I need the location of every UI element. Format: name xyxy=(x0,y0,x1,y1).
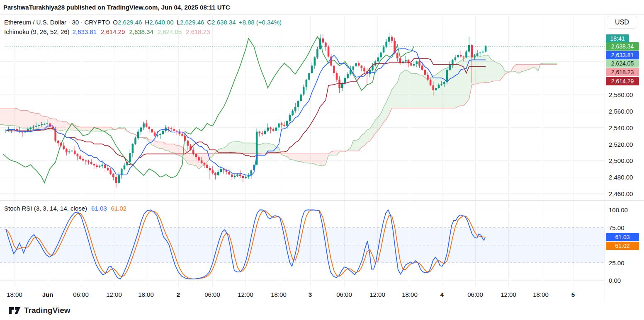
stoch-k-value: 61.03 xyxy=(91,205,107,212)
ichimoku-legend-row[interactable]: Ichimoku (9, 26, 52, 26) 2,633.812,614.2… xyxy=(4,27,282,36)
price-tick-label: 75.00 xyxy=(609,224,625,231)
high-field: H2,640.00 xyxy=(145,19,173,26)
countdown-badge: 18:41 xyxy=(606,34,629,43)
time-tick-label: 18:00 xyxy=(402,291,418,298)
tradingview-logo-text: TradingView xyxy=(24,306,70,315)
price-badge: 61.02 xyxy=(606,242,639,250)
tradingview-logo[interactable]: TradingView xyxy=(8,306,70,315)
price-tick-label: 2,460.00 xyxy=(609,190,633,197)
price-tick-label: 2,500.00 xyxy=(609,157,633,164)
stoch-d-value: 61.02 xyxy=(111,205,127,212)
currency-unit-button[interactable]: USD xyxy=(607,16,637,29)
price-tick-label: 2,580.00 xyxy=(609,91,633,98)
ichimoku-title[interactable]: Ichimoku (9, 26, 52, 26) xyxy=(4,28,70,35)
ichimoku-values: 2,633.812,614.292,638.342,624.052,618.23 xyxy=(73,28,210,35)
ichimoku-value: 2,618.23 xyxy=(186,28,210,35)
price-tick-label: 2,540.00 xyxy=(609,124,633,131)
tradingview-logo-icon xyxy=(8,306,21,315)
symbol-title[interactable]: Ethereum / U.S. Dollar · 30 · CRYPTO xyxy=(4,19,110,26)
close-field: C2,638.34 xyxy=(207,19,236,26)
published-header: ParshwaTurakhiya28 published on TradingV… xyxy=(0,0,644,15)
time-tick-label: 06:00 xyxy=(467,291,483,298)
ichimoku-value: 2,633.81 xyxy=(73,28,97,35)
price-badge: 2,638.34 xyxy=(606,42,639,51)
time-tick-label: 12:00 xyxy=(369,291,385,298)
time-tick-label: 4 xyxy=(440,291,444,298)
time-tick-label: 12:00 xyxy=(106,291,122,298)
stoch-rsi-legend[interactable]: Stoch RSI (3, 3, 14, 14, close) 61.03 61… xyxy=(4,205,126,212)
price-tick-label: 0.00 xyxy=(609,277,621,284)
price-badge: 2,614.29 xyxy=(606,77,639,85)
low-field: L2,629.46 xyxy=(177,19,204,26)
price-tick-label: 2,560.00 xyxy=(609,108,633,115)
time-tick-label: 18:00 xyxy=(7,291,22,298)
price-chart-canvas[interactable] xyxy=(0,0,644,320)
time-tick-label: 2 xyxy=(177,291,180,298)
time-tick-label: 3 xyxy=(309,291,312,298)
price-tick-label: 100.00 xyxy=(609,206,628,213)
time-tick-label: 18:00 xyxy=(138,291,154,298)
symbol-legend-row[interactable]: Ethereum / U.S. Dollar · 30 · CRYPTO O2,… xyxy=(4,17,282,27)
open-field: O2,629.46 xyxy=(113,19,142,26)
ichimoku-value: 2,624.05 xyxy=(158,28,182,35)
time-tick-label: 12:00 xyxy=(501,291,516,298)
time-tick-label: 18:00 xyxy=(533,291,549,298)
price-badge: 2,618.23 xyxy=(606,68,639,76)
time-tick-label: 06:00 xyxy=(336,291,352,298)
price-tick-label: 2,520.00 xyxy=(609,141,633,148)
price-tick-label: 25.00 xyxy=(609,259,625,267)
price-badge: 61.03 xyxy=(606,233,639,241)
ichimoku-value: 2,614.29 xyxy=(101,28,125,35)
chikou-line xyxy=(3,37,414,183)
tradingview-snapshot: { "header": {"published": "ParshwaTurakh… xyxy=(0,0,644,320)
candlestick-series xyxy=(5,33,487,188)
stoch-rsi-title[interactable]: Stoch RSI (3, 3, 14, 14, close) xyxy=(4,205,87,212)
change-value: +8.88 (+0.34%) xyxy=(239,19,282,26)
chart-legend: Ethereum / U.S. Dollar · 30 · CRYPTO O2,… xyxy=(4,17,282,36)
time-tick-label: 06:00 xyxy=(73,291,89,298)
low-value: 2,629.46 xyxy=(180,19,204,26)
close-value: 2,638.34 xyxy=(211,19,236,26)
ichimoku-value: 2,638.34 xyxy=(129,28,153,35)
open-value: 2,629.46 xyxy=(118,19,142,26)
price-badge: 2,624.05 xyxy=(606,59,639,68)
price-badge: 2,633.81 xyxy=(606,51,639,59)
published-text: ParshwaTurakhiya28 published on TradingV… xyxy=(3,4,230,11)
time-tick-label: Jun xyxy=(42,291,53,298)
time-tick-label: 5 xyxy=(571,291,575,298)
high-value: 2,640.00 xyxy=(149,19,173,26)
time-tick-label: 12:00 xyxy=(238,291,253,298)
price-tick-label: 2,480.00 xyxy=(609,174,633,181)
time-tick-label: 06:00 xyxy=(204,291,220,298)
time-tick-label: 18:00 xyxy=(271,291,287,298)
